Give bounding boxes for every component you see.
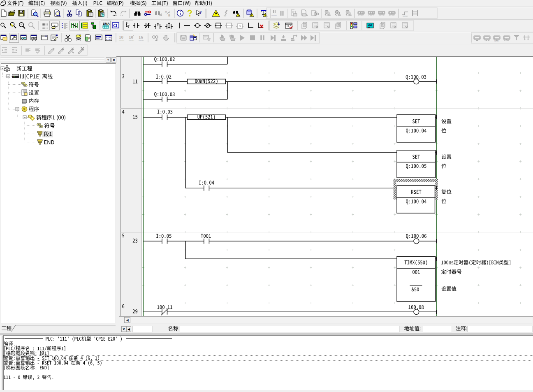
svg-text:0.02: 0.02 [106,38,111,41]
svg-text:A: A [165,10,167,14]
svg-text:roron: roron [139,39,144,42]
svg-text:roron: roron [494,40,499,42]
svg-text:CI: CI [113,23,117,28]
svg-text:SMA: SMA [103,22,110,26]
svg-text:roron: roron [129,39,134,42]
svg-text:?: ? [199,10,202,15]
svg-text:roron: roron [271,14,277,16]
svg-text:P: P [88,37,90,39]
svg-text:roron: roron [119,39,124,42]
svg-text:B: B [168,14,170,17]
svg-text:HH: HH [368,24,372,27]
svg-text:ror: ror [224,14,226,17]
svg-text:roron: roron [403,15,408,17]
